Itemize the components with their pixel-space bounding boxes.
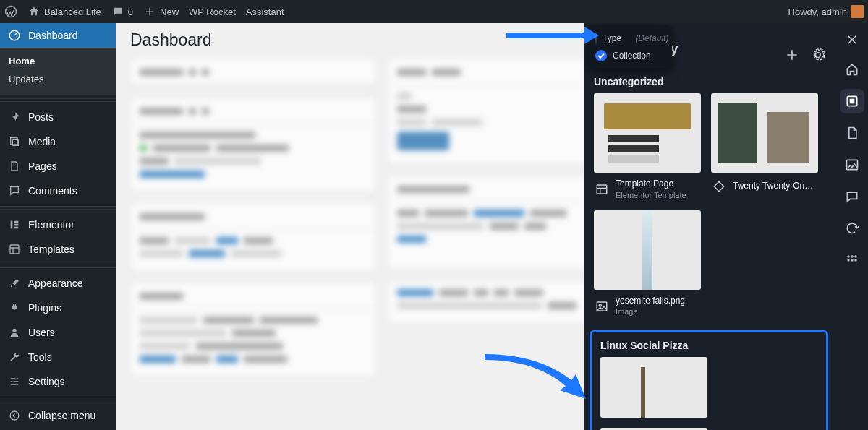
- highlighted-collection: Linux Social Pizza Assistant: [590, 330, 828, 430]
- filter-type[interactable]: Type (Default): [591, 30, 669, 47]
- site-name[interactable]: Balanced Life: [27, 5, 101, 18]
- filter-type-default: (Default): [635, 33, 668, 43]
- plus-icon: [143, 5, 156, 18]
- diamond-icon: [711, 179, 727, 194]
- svg-rect-9: [597, 185, 607, 194]
- nav-comments[interactable]: Comments: [0, 179, 116, 203]
- dashboard-widget: [130, 283, 376, 377]
- nav-templates[interactable]: Templates: [0, 237, 116, 262]
- svg-point-11: [599, 304, 601, 306]
- svg-point-7: [12, 329, 16, 332]
- new-content[interactable]: New: [143, 5, 179, 18]
- filter-collection[interactable]: Collection: [591, 47, 669, 64]
- nav-separator: [0, 265, 116, 268]
- tool-apps[interactable]: [840, 248, 864, 272]
- assistant-adminbar[interactable]: Assistant: [246, 7, 284, 17]
- svg-rect-4: [14, 224, 18, 226]
- svg-point-15: [847, 255, 849, 257]
- nav-appearance[interactable]: Appearance: [0, 271, 116, 296]
- wp-rocket[interactable]: WP Rocket: [189, 7, 236, 17]
- item-sub: Elementor Template: [616, 190, 697, 200]
- wrench-icon: [7, 350, 22, 364]
- nav-dashboard[interactable]: Dashboard: [0, 23, 116, 48]
- sliders-icon: [7, 374, 22, 389]
- svg-point-16: [851, 255, 853, 257]
- tool-updates[interactable]: [840, 216, 864, 241]
- nav-separator: [0, 397, 116, 400]
- new-label: New: [160, 7, 179, 17]
- svg-point-20: [854, 259, 856, 261]
- thumbnail: [711, 93, 818, 173]
- collapse-icon: [7, 408, 22, 423]
- howdy[interactable]: Howdy, admin: [788, 5, 864, 18]
- nav-dashboard-sub: Home Updates: [0, 48, 116, 95]
- wp-logo[interactable]: [4, 5, 17, 18]
- comments-count-label: 0: [128, 7, 133, 17]
- assistant-label: Assistant: [246, 7, 284, 17]
- nav-separator: [0, 206, 116, 210]
- tool-libraries[interactable]: [840, 89, 864, 113]
- item-title: yosemite falls.png: [616, 296, 697, 307]
- pin-icon: [7, 110, 22, 124]
- nav-updates[interactable]: Updates: [0, 70, 116, 88]
- layout-icon: [594, 181, 610, 197]
- avatar: [851, 5, 864, 18]
- section-uncategorized: Uncategorized: [584, 66, 835, 93]
- tool-comments[interactable]: [840, 184, 864, 209]
- svg-rect-2: [11, 221, 13, 229]
- wp-admin-menu: Dashboard Home Updates Posts Media Pages…: [0, 23, 116, 430]
- svg-point-8: [10, 411, 19, 420]
- item-sub: Image: [616, 306, 697, 317]
- dashboard-icon: [7, 28, 22, 43]
- thumbnail: [600, 357, 707, 418]
- tool-content[interactable]: [840, 121, 864, 145]
- user-icon: [7, 325, 22, 340]
- item-title: Twenty Twenty-On…: [733, 181, 814, 192]
- svg-point-17: [854, 255, 856, 257]
- settings-button[interactable]: [808, 45, 828, 65]
- close-button[interactable]: [846, 33, 859, 46]
- thumbnail: [594, 93, 701, 173]
- home-icon: [27, 5, 41, 18]
- svg-rect-6: [10, 245, 19, 254]
- nav-settings[interactable]: Settings: [0, 369, 116, 394]
- plug-icon: [7, 301, 22, 315]
- nav-elementor[interactable]: Elementor: [0, 212, 116, 237]
- comments-count[interactable]: 0: [111, 5, 133, 18]
- page-icon: [7, 159, 22, 173]
- assistant-panel: Type (Default) Collection First Library …: [584, 23, 835, 430]
- svg-rect-3: [14, 221, 18, 223]
- filter-collection-label: Collection: [613, 51, 651, 61]
- templates-icon: [7, 242, 22, 257]
- dashboard-widget: [130, 59, 376, 86]
- library-item-template-page[interactable]: Template PageElementor Template: [594, 93, 701, 200]
- dashboard-widget: [130, 203, 376, 271]
- image-icon: [594, 298, 610, 314]
- brush-icon: [7, 276, 22, 291]
- nav-dashboard-label: Dashboard: [28, 30, 78, 41]
- nav-plugins[interactable]: Plugins: [0, 296, 116, 320]
- svg-point-18: [847, 259, 849, 261]
- nav-tools[interactable]: Tools: [0, 345, 116, 369]
- item-title: Template Page: [616, 179, 697, 190]
- media-icon: [7, 134, 22, 149]
- tool-media[interactable]: [840, 152, 864, 177]
- nav-pages[interactable]: Pages: [0, 154, 116, 179]
- nav-collapse[interactable]: Collapse menu: [0, 403, 116, 428]
- filter-popover: Type (Default) Collection: [588, 25, 672, 69]
- nav-media[interactable]: Media: [0, 129, 116, 154]
- wp-admin-bar: Balanced Life 0 New WP Rocket Assistant …: [0, 0, 868, 23]
- library-item-road[interactable]: [600, 357, 707, 418]
- radio-unselected-icon: [595, 33, 597, 44]
- nav-home[interactable]: Home: [0, 52, 116, 70]
- wordpress-icon: [4, 5, 17, 18]
- add-button[interactable]: [782, 45, 802, 65]
- svg-rect-13: [849, 99, 854, 104]
- tool-home[interactable]: [840, 57, 864, 82]
- radio-selected-icon: [595, 50, 607, 61]
- library-item-yosemite[interactable]: yosemite falls.pngImage: [594, 210, 701, 317]
- nav-users[interactable]: Users: [0, 320, 116, 345]
- library-item-twenty-twentyone[interactable]: Twenty Twenty-On…: [711, 93, 818, 200]
- svg-rect-5: [14, 227, 18, 229]
- nav-posts[interactable]: Posts: [0, 105, 116, 129]
